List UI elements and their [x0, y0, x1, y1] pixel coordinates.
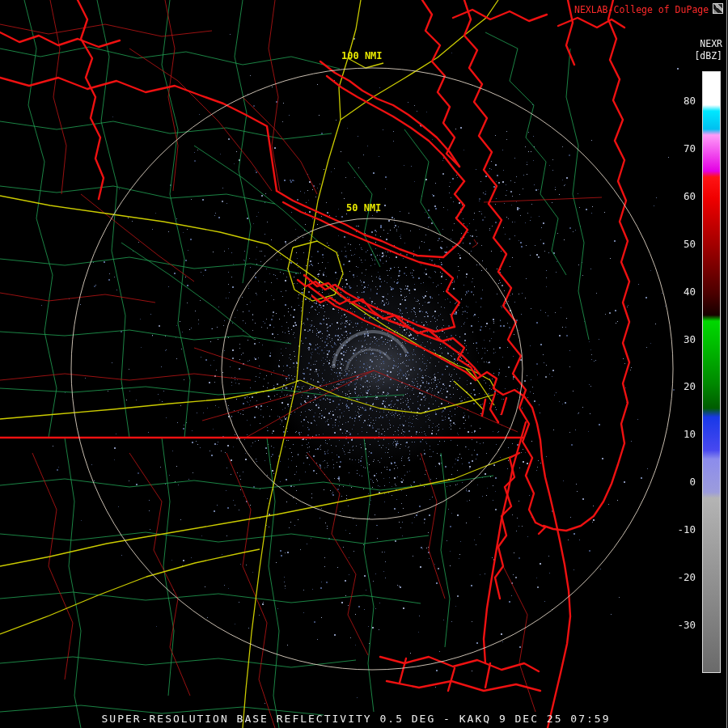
- range-ring-label-50: 50 NMI: [346, 202, 381, 214]
- product-status-text: SUPER-RESOLUTION BASE REFLECTIVITY 0.5 D…: [0, 713, 712, 725]
- reflectivity-colorbar: [702, 71, 721, 673]
- echo-glow-inner: [317, 317, 447, 410]
- colorbar-tick-label: 30: [662, 333, 696, 346]
- range-ring-label-100: 100 NMI: [341, 50, 383, 61]
- colorbar-tick-label: 40: [662, 286, 696, 298]
- cod-logo-icon: [713, 3, 723, 14]
- colorbar-tick-label: -20: [662, 571, 696, 584]
- colorbar-tick-label: -10: [662, 523, 696, 536]
- colorbar-tick-label: 20: [662, 380, 696, 393]
- colorbar-tick-label: 70: [662, 142, 696, 155]
- colorbar-tick-label: 0: [662, 476, 696, 489]
- colorbar-tick-label: -30: [662, 619, 696, 632]
- colorbar-tick-label: 60: [662, 190, 696, 203]
- radar-display: 100 NMI 50 NMI NEXLAB-College of DuPage …: [0, 0, 728, 728]
- credit-text: NEXLAB-College of DuPage: [574, 4, 709, 15]
- right-edge-line: [726, 0, 727, 728]
- colorbar-tick-label: 10: [662, 428, 696, 441]
- colorbar-units: [dBZ]: [694, 50, 722, 61]
- colorbar-tick-label: 50: [662, 238, 696, 251]
- colorbar-title: NEXR: [700, 38, 722, 49]
- colorbar-tick-label: 80: [662, 95, 696, 108]
